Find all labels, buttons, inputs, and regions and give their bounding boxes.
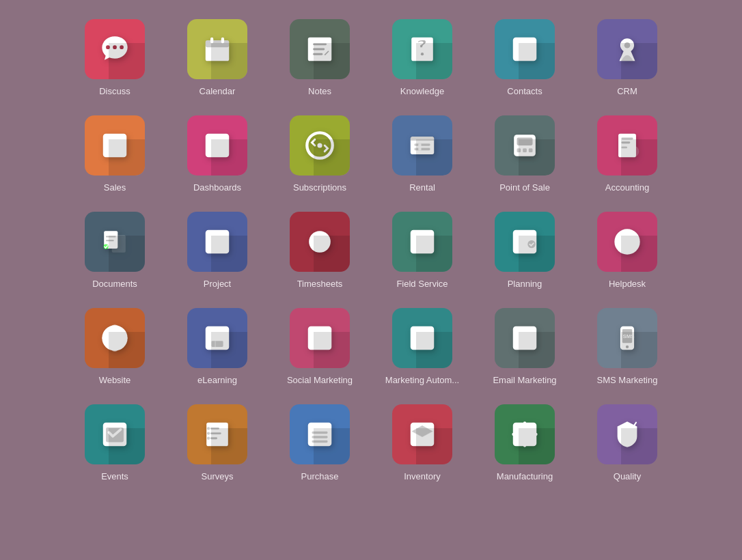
- app-item-timesheets[interactable]: Timesheets: [272, 206, 368, 296]
- app-icon-smsmarketing: SMS: [597, 308, 657, 368]
- app-item-documents[interactable]: Documents: [67, 206, 163, 296]
- app-icon-subscriptions: [290, 115, 350, 176]
- app-icon-notes: [290, 19, 350, 79]
- app-item-contacts[interactable]: Contacts: [477, 14, 573, 103]
- svg-rect-82: [210, 437, 217, 439]
- svg-rect-46: [219, 244, 223, 248]
- app-icon-emailmarketing: [495, 308, 555, 368]
- svg-rect-44: [215, 236, 219, 240]
- app-item-rental[interactable]: Rental: [374, 110, 470, 199]
- svg-rect-95: [523, 441, 526, 447]
- app-label-emailmarketing: Email Marketing: [493, 375, 556, 387]
- app-item-pointofsale[interactable]: Point of Sale: [477, 110, 573, 199]
- app-item-smsmarketing[interactable]: SMSSMS Marketing: [579, 303, 675, 392]
- svg-point-66: [213, 331, 221, 339]
- svg-rect-41: [106, 240, 114, 241]
- app-item-subscriptions[interactable]: Subscriptions: [272, 110, 368, 199]
- app-item-events[interactable]: Events: [67, 399, 163, 488]
- app-label-documents: Documents: [92, 279, 137, 290]
- app-icon-rental: [392, 115, 452, 176]
- app-item-notes[interactable]: Notes: [272, 14, 368, 103]
- app-item-surveys[interactable]: Surveys: [169, 399, 265, 488]
- app-item-fieldservice[interactable]: Field Service: [374, 206, 470, 296]
- svg-point-51: [415, 238, 420, 243]
- app-label-notes: Notes: [308, 86, 331, 98]
- app-label-crm: CRM: [617, 86, 637, 98]
- app-icon-calendar: [187, 19, 247, 79]
- app-item-calendar[interactable]: Calendar: [169, 14, 265, 103]
- svg-rect-34: [621, 137, 633, 139]
- app-item-discuss[interactable]: Discuss: [67, 14, 163, 103]
- svg-rect-9: [222, 55, 226, 58]
- app-item-knowledge[interactable]: Knowledge: [374, 14, 470, 103]
- app-label-planning: Planning: [508, 279, 542, 290]
- app-label-helpdesk: Helpdesk: [609, 279, 646, 290]
- svg-rect-31: [523, 148, 527, 152]
- app-label-events: Events: [101, 471, 128, 483]
- app-item-inventory[interactable]: Inventory: [374, 399, 470, 488]
- app-item-emailmarketing[interactable]: Email Marketing: [477, 303, 573, 392]
- svg-point-83: [207, 427, 210, 430]
- svg-rect-32: [529, 148, 533, 152]
- app-item-quality[interactable]: Quality: [579, 399, 675, 488]
- app-item-website[interactable]: Website: [67, 303, 163, 392]
- svg-point-36: [627, 145, 639, 157]
- svg-rect-3: [221, 38, 224, 44]
- app-item-purchase[interactable]: Purchase: [272, 399, 368, 488]
- svg-rect-6: [222, 50, 226, 53]
- svg-point-56: [527, 240, 536, 249]
- app-label-smsmarketing: SMS Marketing: [597, 375, 658, 387]
- app-item-marketingautom[interactable]: Marketing Autom...: [374, 303, 470, 392]
- svg-point-59: [624, 238, 631, 245]
- app-label-inventory: Inventory: [404, 471, 440, 483]
- svg-rect-11: [313, 48, 325, 51]
- app-icon-dashboards: [187, 115, 247, 176]
- svg-rect-71: [513, 326, 537, 350]
- app-icon-contacts: [495, 19, 555, 79]
- app-label-knowledge: Knowledge: [400, 86, 444, 98]
- svg-rect-69: [411, 326, 435, 350]
- svg-point-20: [216, 144, 219, 147]
- svg-rect-7: [208, 55, 212, 58]
- app-icon-timesheets: [290, 212, 350, 272]
- app-item-accounting[interactable]: Accounting: [579, 110, 675, 199]
- svg-rect-80: [210, 428, 219, 430]
- app-item-planning[interactable]: Planning: [477, 206, 573, 296]
- app-icon-elearning: [187, 308, 247, 368]
- svg-rect-1: [206, 40, 230, 47]
- app-label-timesheets: Timesheets: [297, 279, 343, 290]
- app-item-manufacturing[interactable]: Manufacturing: [477, 399, 573, 488]
- svg-rect-88: [312, 436, 328, 438]
- svg-rect-54: [517, 242, 529, 245]
- svg-rect-25: [415, 143, 430, 146]
- app-item-helpdesk[interactable]: Helpdesk: [579, 206, 675, 296]
- svg-point-15: [520, 42, 530, 51]
- app-label-manufacturing: Manufacturing: [497, 471, 553, 483]
- app-label-quality: Quality: [614, 471, 641, 483]
- svg-rect-35: [621, 141, 630, 143]
- app-item-project[interactable]: Project: [169, 206, 265, 296]
- app-icon-inventory: [392, 404, 452, 464]
- app-item-dashboards[interactable]: Dashboards: [169, 110, 265, 199]
- svg-rect-39: [112, 235, 126, 253]
- svg-rect-55: [517, 249, 525, 251]
- svg-rect-40: [106, 236, 115, 237]
- app-label-socialmarketing: Social Marketing: [287, 375, 353, 387]
- svg-rect-37: [621, 146, 627, 148]
- app-label-calendar: Calendar: [200, 86, 236, 98]
- app-item-socialmarketing[interactable]: Social Marketing: [272, 303, 368, 392]
- svg-rect-96: [512, 432, 518, 435]
- app-icon-project: [187, 212, 247, 272]
- svg-rect-30: [517, 148, 521, 152]
- svg-rect-27: [418, 143, 421, 150]
- app-item-crm[interactable]: CRM: [579, 14, 675, 103]
- svg-rect-29: [517, 137, 533, 145]
- svg-text:SMS: SMS: [623, 333, 635, 339]
- app-icon-helpdesk: [597, 212, 657, 272]
- app-icon-pointofsale: [495, 115, 555, 176]
- app-item-sales[interactable]: Sales: [67, 110, 163, 199]
- app-icon-fieldservice: [392, 212, 452, 272]
- app-icon-sales: [85, 115, 145, 176]
- app-icon-documents: [85, 212, 145, 272]
- app-item-elearning[interactable]: eLearning: [169, 303, 265, 392]
